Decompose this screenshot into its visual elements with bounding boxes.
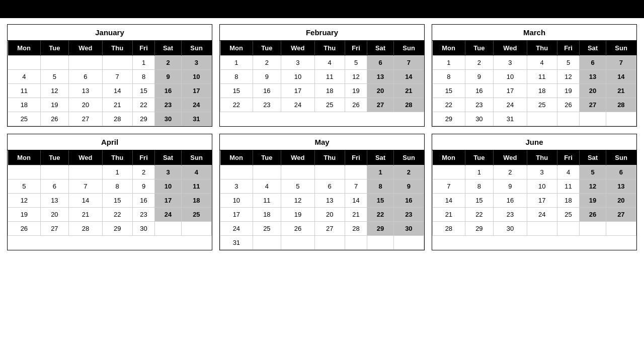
calendar-cell — [8, 56, 41, 70]
calendar-cell — [8, 165, 41, 179]
day-header-sat: Sat — [580, 41, 606, 56]
calendar-cell: 9 — [132, 179, 155, 194]
calendar-cell: 24 — [494, 98, 527, 112]
calendar-cell: 18 — [253, 208, 281, 222]
calendar-cell: 20 — [606, 194, 636, 208]
calendar-cell — [580, 222, 606, 236]
calendar-cell: 5 — [40, 70, 68, 84]
month-block-february: FebruaryMonTueWedThuFriSatSun12345678910… — [219, 24, 425, 127]
calendar-cell: 6 — [580, 56, 606, 70]
calendar-cell: 26 — [8, 222, 41, 236]
calendar-cell: 31 — [494, 112, 527, 126]
calendar-cell: 13 — [314, 194, 345, 208]
day-header-fri: Fri — [345, 41, 367, 56]
calendar-cell — [557, 112, 580, 126]
calendar-cell — [557, 222, 580, 236]
calendar-cell — [345, 236, 367, 250]
calendar-cell: 6 — [367, 56, 393, 70]
calendar-cell — [527, 112, 557, 126]
calendar-cell: 2 — [155, 56, 181, 70]
calendar-cell: 23 — [494, 208, 527, 222]
day-header-tue: Tue — [40, 150, 68, 165]
calendar-cell: 31 — [181, 112, 211, 126]
calendar-cell: 18 — [557, 194, 580, 208]
calendar-cell: 14 — [102, 84, 132, 98]
calendar-cell: 16 — [253, 84, 281, 98]
day-header-wed: Wed — [281, 150, 315, 165]
calendar-cell: 6 — [606, 165, 636, 179]
calendar-cell: 24 — [220, 222, 253, 236]
day-header-thu: Thu — [314, 41, 345, 56]
calendar-cell: 13 — [606, 179, 636, 194]
day-header-tue: Tue — [253, 150, 281, 165]
calendar-cell: 13 — [40, 194, 68, 208]
calendar-cell: 3 — [494, 56, 527, 70]
calendar-cell: 16 — [155, 84, 181, 98]
calendar-cell: 30 — [132, 222, 155, 236]
calendar-cell: 6 — [69, 70, 103, 84]
calendar-cell: 26 — [345, 98, 367, 112]
calendar-cell: 30 — [494, 222, 527, 236]
calendar-cell: 10 — [155, 179, 181, 194]
calendar-cell — [69, 165, 103, 179]
calendar-cell: 18 — [314, 84, 345, 98]
calendar-cell: 6 — [40, 179, 68, 194]
day-header-sat: Sat — [580, 150, 606, 165]
calendar-cell: 8 — [102, 179, 132, 194]
calendar-cell: 23 — [132, 208, 155, 222]
calendar-cell: 12 — [8, 194, 41, 208]
calendar-cell: 7 — [393, 56, 424, 70]
calendar-cell: 24 — [527, 208, 557, 222]
calendar-cell: 25 — [253, 222, 281, 236]
calendar-cell: 4 — [253, 179, 281, 194]
day-header-sun: Sun — [181, 150, 211, 165]
calendar-cell: 4 — [8, 70, 41, 84]
calendar-cell: 30 — [155, 112, 181, 126]
day-header-fri: Fri — [345, 150, 367, 165]
calendar-cell — [314, 165, 345, 179]
calendar-cell: 2 — [494, 165, 527, 179]
day-header-wed: Wed — [281, 41, 315, 56]
calendar-cell: 3 — [155, 165, 181, 179]
day-header-mon: Mon — [8, 41, 41, 56]
day-header-tue: Tue — [465, 41, 493, 56]
calendar-cell: 11 — [8, 84, 41, 98]
day-header-wed: Wed — [494, 150, 527, 165]
calendar-cell: 15 — [465, 194, 493, 208]
calendar-cell: 10 — [494, 70, 527, 84]
calendar-cell: 31 — [220, 236, 253, 250]
calendar-cell: 18 — [8, 98, 41, 112]
calendar-cell: 29 — [132, 112, 155, 126]
day-header-sun: Sun — [606, 150, 636, 165]
calendar-cell: 29 — [465, 222, 493, 236]
calendar-cell — [253, 236, 281, 250]
calendar-cell: 3 — [281, 56, 315, 70]
calendar-cell: 21 — [102, 98, 132, 112]
calendar-cell: 1 — [367, 165, 393, 179]
calendar-cell: 5 — [345, 56, 367, 70]
calendar-cell: 22 — [132, 98, 155, 112]
calendar-cell: 21 — [345, 208, 367, 222]
calendar-cell: 13 — [69, 84, 103, 98]
day-header-sat: Sat — [367, 41, 393, 56]
calendar-cell: 1 — [132, 56, 155, 70]
calendar-cell: 4 — [557, 165, 580, 179]
calendar-cell: 2 — [253, 56, 281, 70]
calendar-cell — [69, 56, 103, 70]
calendar-cell: 26 — [281, 222, 315, 236]
calendar-cell — [155, 222, 181, 236]
calendar-cell: 2 — [465, 56, 493, 70]
calendar-cell: 17 — [281, 84, 315, 98]
calendar-cell: 24 — [155, 208, 181, 222]
month-title-may: May — [220, 134, 424, 150]
calendar-cell: 30 — [393, 222, 424, 236]
calendar-cell: 7 — [345, 179, 367, 194]
day-header-thu: Thu — [527, 41, 557, 56]
calendar-cell: 6 — [314, 179, 345, 194]
calendar-cell: 1 — [433, 56, 465, 70]
calendar-cell — [102, 56, 132, 70]
calendar-cell: 16 — [132, 194, 155, 208]
day-header-thu: Thu — [527, 150, 557, 165]
calendar-cell: 12 — [281, 194, 315, 208]
calendar-cell: 1 — [465, 165, 493, 179]
